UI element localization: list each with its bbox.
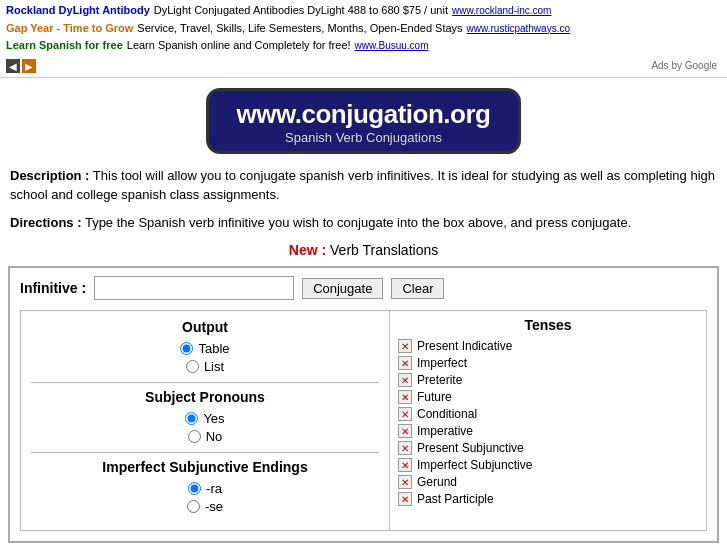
tense-checkbox[interactable]: ✕	[398, 356, 412, 370]
subjunctive-label-se: -se	[205, 499, 223, 514]
subjunctive-section-title: Imperfect Subjunctive Endings	[31, 459, 379, 475]
logo-area: www.conjugation.org Spanish Verb Conjuga…	[0, 78, 727, 158]
ad-url-1[interactable]: www.rockland-inc.com	[452, 3, 551, 19]
ad-title-1[interactable]: Rockland DyLight Antibody	[6, 2, 150, 20]
tenses-list: ✕Present Indicative✕Imperfect✕Preterite✕…	[398, 339, 698, 506]
ad-next-button[interactable]: ▶	[22, 59, 36, 73]
ad-nav: ◀ ▶	[6, 59, 36, 73]
clear-button[interactable]: Clear	[391, 278, 444, 299]
description-section: Description : This tool will allow you t…	[0, 158, 727, 209]
tense-checkbox[interactable]: ✕	[398, 424, 412, 438]
subjunctive-radio-group: -ra -se	[31, 481, 379, 514]
divider-1	[31, 382, 379, 383]
ad-row-3: Learn Spanish for free Learn Spanish onl…	[6, 37, 721, 55]
ad-row-1: Rockland DyLight Antibody DyLight Conjug…	[6, 2, 721, 20]
new-label: New : Verb Translations	[0, 238, 727, 266]
tense-label: Imperfect Subjunctive	[417, 458, 532, 472]
pronouns-option-yes[interactable]: Yes	[185, 411, 224, 426]
tense-item: ✕Past Participle	[398, 492, 698, 506]
tenses-section-title: Tenses	[398, 317, 698, 333]
ad-footer: Ads by Google	[647, 57, 721, 75]
divider-2	[31, 452, 379, 453]
tense-item: ✕Imperfect	[398, 356, 698, 370]
pronouns-radio-yes[interactable]	[185, 412, 198, 425]
tense-item: ✕Imperative	[398, 424, 698, 438]
pronouns-label-yes: Yes	[203, 411, 224, 426]
ad-prev-button[interactable]: ◀	[6, 59, 20, 73]
ad-title-3[interactable]: Learn Spanish for free	[6, 37, 123, 55]
ad-text-1: DyLight Conjugated Antibodies DyLight 48…	[154, 2, 448, 20]
tense-item: ✕Present Indicative	[398, 339, 698, 353]
tense-label: Past Participle	[417, 492, 494, 506]
output-radio-table[interactable]	[180, 342, 193, 355]
output-radio-group: Table List	[31, 341, 379, 374]
form-container: Infinitive : Conjugate Clear Output Tabl…	[8, 266, 719, 543]
pronouns-radio-no[interactable]	[188, 430, 201, 443]
ad-row-2: Gap Year - Time to Grow Service, Travel,…	[6, 20, 721, 38]
tense-label: Imperfect	[417, 356, 467, 370]
directions-label: Directions :	[10, 215, 82, 230]
tense-checkbox[interactable]: ✕	[398, 492, 412, 506]
output-label-list: List	[204, 359, 224, 374]
tense-checkbox[interactable]: ✕	[398, 441, 412, 455]
output-section-title: Output	[31, 319, 379, 335]
tense-checkbox[interactable]: ✕	[398, 390, 412, 404]
tense-label: Imperative	[417, 424, 473, 438]
tense-item: ✕Gerund	[398, 475, 698, 489]
tense-checkbox[interactable]: ✕	[398, 339, 412, 353]
tense-label: Present Indicative	[417, 339, 512, 353]
pronouns-option-no[interactable]: No	[188, 429, 223, 444]
directions-text: Type the Spanish verb infinitive you wis…	[85, 215, 631, 230]
directions-section: Directions : Type the Spanish verb infin…	[0, 209, 727, 239]
subjunctive-option-ra[interactable]: -ra	[188, 481, 222, 496]
tense-item: ✕Conditional	[398, 407, 698, 421]
conjugate-button[interactable]: Conjugate	[302, 278, 383, 299]
tense-label: Conditional	[417, 407, 477, 421]
infinitive-input[interactable]	[94, 276, 294, 300]
output-radio-list[interactable]	[186, 360, 199, 373]
left-col: Output Table List Subject Pronouns Yes	[20, 310, 390, 531]
ad-url-2[interactable]: www.rusticpathways.co	[467, 21, 570, 37]
ad-title-2[interactable]: Gap Year - Time to Grow	[6, 20, 133, 38]
right-col: Tenses ✕Present Indicative✕Imperfect✕Pre…	[390, 310, 707, 531]
two-col: Output Table List Subject Pronouns Yes	[20, 310, 707, 531]
output-option-list[interactable]: List	[186, 359, 224, 374]
tense-checkbox[interactable]: ✕	[398, 458, 412, 472]
description-text: This tool will allow you to conjugate sp…	[10, 168, 715, 203]
tense-label: Present Subjunctive	[417, 441, 524, 455]
tense-item: ✕Preterite	[398, 373, 698, 387]
output-option-table[interactable]: Table	[180, 341, 229, 356]
pronouns-section-title: Subject Pronouns	[31, 389, 379, 405]
ad-banner: Rockland DyLight Antibody DyLight Conjug…	[0, 0, 727, 78]
tense-checkbox[interactable]: ✕	[398, 475, 412, 489]
subjunctive-option-se[interactable]: -se	[187, 499, 223, 514]
subjunctive-radio-ra[interactable]	[188, 482, 201, 495]
subjunctive-radio-se[interactable]	[187, 500, 200, 513]
pronouns-label-no: No	[206, 429, 223, 444]
infinitive-row: Infinitive : Conjugate Clear	[20, 276, 707, 300]
new-section-text: Verb Translations	[330, 242, 438, 258]
output-label-table: Table	[198, 341, 229, 356]
description-label: Description :	[10, 168, 89, 183]
ad-text-2: Service, Travel, Skills, Life Semesters,…	[137, 20, 462, 38]
tense-label: Future	[417, 390, 452, 404]
tense-checkbox[interactable]: ✕	[398, 373, 412, 387]
tense-item: ✕Imperfect Subjunctive	[398, 458, 698, 472]
ad-url-3[interactable]: www.Busuu.com	[355, 38, 429, 54]
subjunctive-label-ra: -ra	[206, 481, 222, 496]
logo-box[interactable]: www.conjugation.org Spanish Verb Conjuga…	[206, 88, 522, 154]
ad-text-3: Learn Spanish online and Completely for …	[127, 37, 351, 55]
infinitive-label: Infinitive :	[20, 280, 86, 296]
pronouns-radio-group: Yes No	[31, 411, 379, 444]
site-url: www.conjugation.org	[237, 99, 491, 130]
new-keyword: New :	[289, 242, 326, 258]
tense-label: Gerund	[417, 475, 457, 489]
tense-label: Preterite	[417, 373, 462, 387]
tense-item: ✕Present Subjunctive	[398, 441, 698, 455]
site-subtitle: Spanish Verb Conjugations	[237, 130, 491, 145]
tense-item: ✕Future	[398, 390, 698, 404]
tense-checkbox[interactable]: ✕	[398, 407, 412, 421]
